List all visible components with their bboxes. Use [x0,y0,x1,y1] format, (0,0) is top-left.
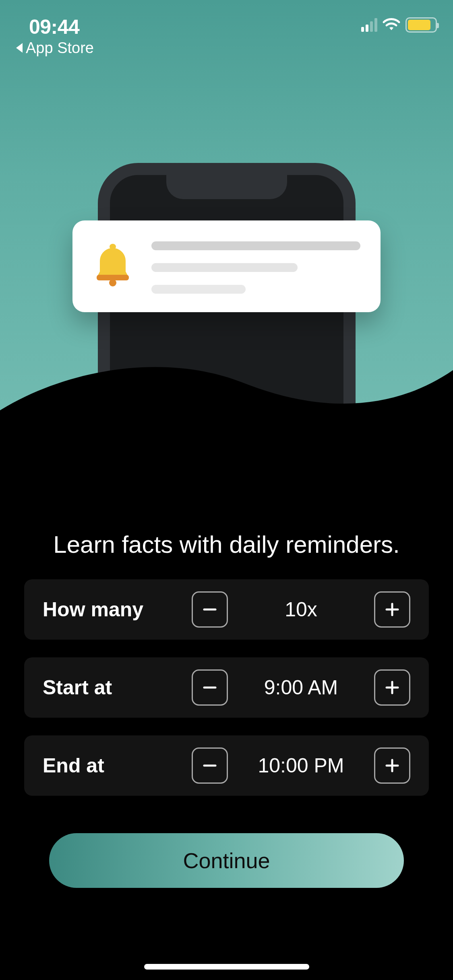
how-many-minus-button[interactable] [192,591,228,628]
bell-icon [93,243,133,289]
how-many-value: 10x [228,598,374,621]
back-label: App Store [26,39,94,57]
minus-icon [202,679,218,696]
start-at-plus-button[interactable] [374,669,410,706]
end-at-value: 10:00 PM [228,754,374,777]
how-many-stepper: 10x [192,591,410,628]
end-at-label: End at [43,754,192,777]
continue-label: Continue [183,848,270,873]
start-at-value: 9:00 AM [228,676,374,699]
status-bar: 09:44 App Store [0,0,453,52]
back-chevron-icon [15,39,23,57]
wifi-icon [382,18,401,32]
notification-preview [72,220,381,312]
notification-text-placeholder [151,239,360,294]
how-many-plus-button[interactable] [374,591,410,628]
clock-time: 09:44 [29,15,79,39]
back-to-app-store[interactable]: App Store [15,39,94,57]
home-indicator[interactable] [144,964,309,970]
plus-icon [384,679,400,696]
end-at-plus-button[interactable] [374,747,410,784]
end-at-row: End at 10:00 PM [24,735,429,796]
end-at-minus-button[interactable] [192,747,228,784]
page-heading: Learn facts with daily reminders. [0,531,453,558]
battery-icon [405,17,437,33]
how-many-row: How many 10x [24,579,429,640]
minus-icon [202,601,218,618]
end-at-stepper: 10:00 PM [192,747,410,784]
start-at-row: Start at 9:00 AM [24,657,429,718]
cellular-signal-icon [361,18,377,32]
svg-marker-0 [16,43,23,53]
plus-icon [384,601,400,618]
start-at-label: Start at [43,676,192,699]
minus-icon [202,758,218,774]
svg-point-2 [109,279,116,286]
continue-button[interactable]: Continue [49,833,404,888]
how-many-label: How many [43,598,192,621]
svg-point-3 [110,244,116,249]
start-at-minus-button[interactable] [192,669,228,706]
plus-icon [384,758,400,774]
start-at-stepper: 9:00 AM [192,669,410,706]
